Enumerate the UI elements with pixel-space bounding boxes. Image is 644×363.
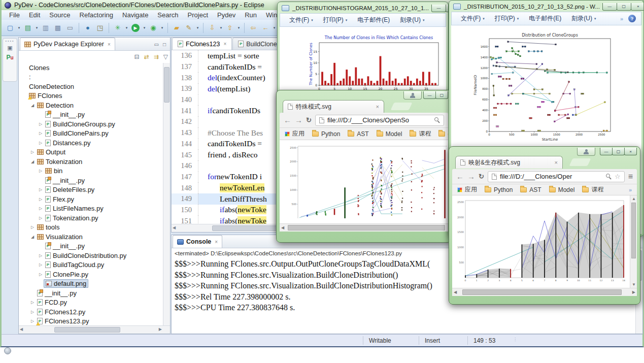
- tree-item[interactable]: ▷PClonePie.py: [19, 270, 162, 279]
- overflow-chevron-icon[interactable]: »: [620, 16, 623, 22]
- tree-item[interactable]: P__init__.py: [19, 110, 162, 120]
- minimize-button[interactable]: —: [602, 3, 617, 11]
- tree-item[interactable]: ◢Tokenization: [19, 157, 162, 167]
- tree-item-line[interactable]: P__init__.py: [44, 110, 86, 119]
- browser-tab[interactable]: 特殊模式.svg ×: [283, 100, 384, 113]
- tree-item[interactable]: ▷PBuildCloneDistribution.py: [19, 251, 162, 260]
- tab-fclones123[interactable]: PFClones123×: [172, 38, 232, 50]
- tab-close-icon[interactable]: ×: [555, 159, 558, 166]
- viewer-menu-打印(P)[interactable]: 打印(P)▾: [491, 14, 523, 23]
- tree-item-line[interactable]: PClonePie.py: [44, 270, 90, 279]
- reload-icon[interactable]: ↻: [479, 173, 484, 180]
- tree-item[interactable]: ▷PDistances.py: [19, 138, 162, 148]
- tree-item-line[interactable]: tools: [36, 223, 61, 232]
- tree-item-line[interactable]: PFClones12.py: [36, 308, 87, 316]
- tree-item[interactable]: ▷PFlex.py: [19, 194, 162, 204]
- link-with-editor-icon[interactable]: ⇄: [144, 53, 149, 60]
- tree-horizontal-scrollbar[interactable]: ◀ ▶: [19, 325, 170, 334]
- menu-navigate[interactable]: Navigate: [118, 11, 153, 19]
- tree-item-line[interactable]: Tokenization: [36, 157, 84, 166]
- tree-item[interactable]: ▷PBuildClonePairs.py: [19, 129, 162, 139]
- tree-collapsed-arrow-icon[interactable]: ▷: [38, 141, 44, 145]
- tree-collapsed-arrow-icon[interactable]: ▷: [38, 216, 44, 220]
- address-bar[interactable]: file:///D:/___Clones/Oper ☆: [488, 171, 625, 182]
- tree-item[interactable]: ▷PFClones123.py: [19, 317, 162, 326]
- search-icon[interactable]: [606, 174, 612, 179]
- last-edit-location-button[interactable]: ⇦: [248, 22, 259, 34]
- tree-item-line[interactable]: Output: [36, 148, 67, 156]
- horizontal-scrollbar[interactable]: ◀: [280, 223, 448, 232]
- bookmark-folder-AST[interactable]: AST: [520, 186, 541, 193]
- run-external-button[interactable]: ◉: [148, 22, 159, 34]
- mark-occurrences-button[interactable]: ✎: [183, 22, 194, 34]
- viewer-menu-刻录(U)[interactable]: 刻录(U)▾: [567, 14, 600, 23]
- tree-item[interactable]: ▷PFCD.py: [19, 298, 162, 308]
- back-button[interactable]: ←: [260, 22, 271, 34]
- maximize-view-icon[interactable]: □: [163, 42, 166, 47]
- tree-item[interactable]: ▷Output: [19, 148, 162, 157]
- tree-item-line[interactable]: PDeleteFiles.py: [44, 185, 96, 194]
- tab-package-explorer[interactable]: PyDev Package Explorer ×: [20, 38, 115, 50]
- maximize-button[interactable]: ▢: [435, 91, 448, 99]
- minimize-button[interactable]: —: [600, 148, 613, 155]
- tree-collapsed-arrow-icon[interactable]: ▷: [38, 253, 44, 258]
- tree-item-line[interactable]: P__init__.py: [44, 176, 86, 185]
- viewer-menu-电子邮件(E)[interactable]: 电子邮件(E): [525, 14, 565, 23]
- tree-item[interactable]: ▷PBuildCloneGroups.py: [19, 119, 162, 129]
- search-icon[interactable]: [434, 117, 440, 123]
- tree-item[interactable]: ▷tools: [19, 223, 162, 233]
- close-icon[interactable]: ×: [215, 239, 218, 245]
- bookmark-folder-Python[interactable]: Python: [312, 130, 340, 138]
- menu-source[interactable]: Source: [45, 11, 75, 19]
- tree-item-line[interactable]: PBuildClonePairs.py: [44, 129, 110, 138]
- tree-collapsed-arrow-icon[interactable]: ▷: [38, 197, 44, 202]
- tree-vertical-scrollbar[interactable]: [163, 63, 170, 326]
- close-icon[interactable]: ×: [223, 41, 226, 47]
- print-button[interactable]: ▭: [64, 22, 76, 34]
- bookmark-folder-课程[interactable]: 课程: [410, 129, 431, 138]
- back-icon[interactable]: ←: [284, 116, 291, 124]
- tree-item-line[interactable]: PBuildCloneGroups.py: [44, 120, 117, 128]
- debug-button[interactable]: ✳: [112, 22, 123, 34]
- profile-button[interactable]: [577, 148, 595, 156]
- maximize-button[interactable]: ▢: [612, 148, 625, 155]
- new-tab-button[interactable]: [569, 158, 591, 166]
- tree-item[interactable]: ◢Detection: [19, 101, 162, 110]
- bookmark-folder-AST[interactable]: AST: [348, 130, 368, 138]
- prev-annotation-dropdown-icon[interactable]: ▾: [236, 26, 241, 30]
- browser-tab[interactable]: 映射&生存模式.svg ×: [455, 156, 563, 169]
- tree-item-line[interactable]: CloneDetection: [27, 82, 76, 91]
- viewer-titlebar[interactable]: _DISTRIBUTION_2015_10_27_10_13_52.png - …: [449, 1, 643, 12]
- tree-item-line[interactable]: PBuildCloneDistribution.py: [44, 251, 128, 260]
- tree-item-line[interactable]: Clones: [27, 63, 51, 72]
- menu-search[interactable]: Search: [153, 11, 183, 19]
- new-wizard-button[interactable]: ▢: [5, 22, 16, 34]
- run-dropdown-icon[interactable]: ▾: [142, 26, 147, 30]
- tab-close-icon[interactable]: ×: [376, 104, 379, 110]
- tree-item-line[interactable]: PFlex.py: [44, 195, 76, 204]
- maximize-button[interactable]: ▢: [446, 5, 448, 12]
- tree-item-line[interactable]: :: [27, 73, 32, 81]
- menu-pydev[interactable]: Pydev: [213, 11, 240, 19]
- tree-collapsed-arrow-icon[interactable]: ▷: [38, 187, 44, 192]
- tree-item[interactable]: ▷PBuildTagCloud.py: [19, 260, 162, 270]
- close-button[interactable]: ×: [631, 3, 643, 11]
- back-dropdown-icon[interactable]: ▾: [272, 26, 277, 30]
- tree-expanded-arrow-icon[interactable]: ◢: [29, 103, 36, 108]
- debug-dropdown-icon[interactable]: ▾: [124, 26, 129, 30]
- tree-item-line[interactable]: P__init__.py: [44, 242, 86, 250]
- menu-refactoring[interactable]: Refactoring: [75, 11, 118, 19]
- new-wizard-dropdown-icon[interactable]: ▾: [17, 26, 21, 30]
- python-button[interactable]: ●: [82, 22, 93, 34]
- tab-console[interactable]: Console ×: [173, 235, 222, 248]
- tree-item[interactable]: P__init__.py: [19, 288, 162, 298]
- viewer-menu-文件(F)[interactable]: 文件(F)▾: [457, 14, 489, 23]
- tree-item-line[interactable]: Visualization: [36, 233, 84, 241]
- run-button[interactable]: ▶: [131, 24, 140, 32]
- overflow-chevron-icon[interactable]: »: [629, 187, 632, 193]
- tree-expanded-arrow-icon[interactable]: ◢: [29, 235, 36, 239]
- mark-occurrences-dropdown-icon[interactable]: ▾: [195, 26, 200, 30]
- tree-item-line[interactable]: bin: [44, 167, 64, 175]
- tree-item[interactable]: ◢Visualization: [19, 232, 162, 242]
- bookmark-folder-Model[interactable]: Model: [549, 186, 575, 193]
